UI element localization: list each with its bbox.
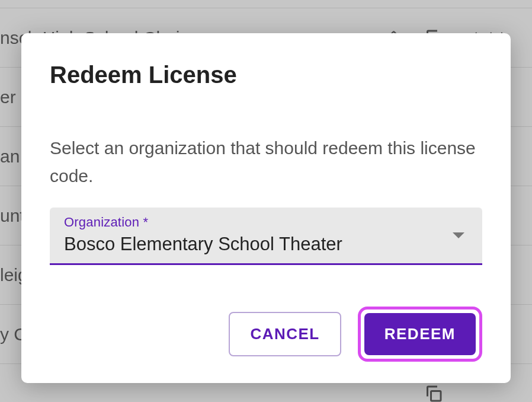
redeem-button-highlight: REDEEM (358, 307, 482, 362)
redeem-button[interactable]: REDEEM (364, 313, 476, 355)
dialog-description: Select an organization that should redee… (50, 135, 482, 190)
chevron-down-icon (453, 232, 464, 238)
dialog-title: Redeem License (50, 62, 482, 88)
cancel-button[interactable]: CANCEL (229, 312, 341, 356)
organization-select-value: Bosco Elementary School Theater (64, 234, 468, 255)
dialog-actions: CANCEL REDEEM (50, 307, 482, 362)
organization-select[interactable]: Organization * Bosco Elementary School T… (50, 208, 482, 265)
redeem-license-dialog: Redeem License Select an organization th… (21, 33, 511, 383)
organization-select-label: Organization * (64, 215, 468, 230)
